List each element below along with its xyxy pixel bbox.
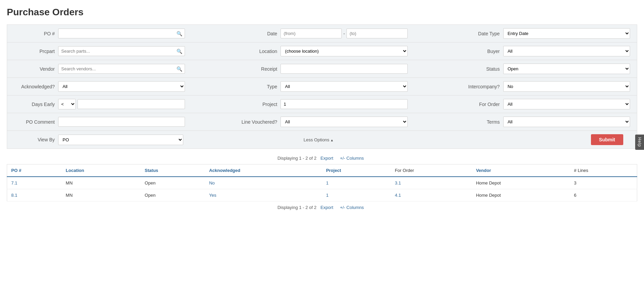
acknowledged-control: All Yes No	[58, 81, 185, 92]
po-search-icon[interactable]: 🔍	[176, 31, 182, 36]
date-to-input[interactable]	[346, 29, 407, 38]
status-select[interactable]: Open Closed All	[503, 64, 630, 74]
filter-row-5: Days Early < <= > >= = Project For	[7, 95, 637, 113]
filter-group-vendor: Vendor 🔍	[14, 64, 185, 74]
row1-acknowledged-link[interactable]: No	[209, 180, 215, 186]
row2-location: MN	[62, 189, 140, 201]
filter-group-terms: Terms All Net 30 Net 60	[459, 117, 630, 127]
type-select[interactable]: All Standard Blanket	[281, 81, 407, 92]
col-header-po-num: PO #	[7, 164, 62, 177]
date-from-input[interactable]	[281, 29, 341, 38]
filter-group-date: Date -	[236, 29, 407, 38]
export-link-top[interactable]: Export	[320, 156, 333, 161]
row2-project: 1	[322, 189, 391, 201]
date-type-control: Entry Date Need Date Ship Date	[503, 28, 630, 39]
filter-group-buyer: Buyer All Buyer 1	[459, 46, 630, 56]
view-by-select[interactable]: PO Line Receipt	[58, 135, 183, 145]
help-tab[interactable]: Help	[635, 135, 644, 150]
page-title: Purchase Orders	[7, 7, 637, 18]
col-header-vendor: Vendor	[472, 164, 570, 177]
type-label: Type	[236, 84, 281, 89]
for-order-label: For Order	[459, 102, 503, 107]
line-vouchered-select[interactable]: All Yes No	[281, 117, 407, 127]
buyer-label: Buyer	[459, 49, 503, 54]
filter-group-intercompany: Intercompany? No Yes All	[459, 81, 630, 92]
row2-acknowledged: Yes	[205, 189, 322, 201]
project-control	[281, 99, 407, 109]
terms-select[interactable]: All Net 30 Net 60	[503, 117, 630, 127]
col-header-acknowledged: Acknowledged	[205, 164, 322, 177]
po-label: PO #	[14, 31, 58, 36]
status-label: Status	[459, 66, 503, 72]
vendor-input[interactable]	[58, 64, 185, 74]
po-comment-label: PO Comment	[14, 119, 58, 125]
project-input[interactable]	[281, 99, 407, 109]
table-head: PO # Location Status Acknowledged Projec…	[7, 164, 637, 177]
col-header-status: Status	[141, 164, 205, 177]
help-tab-container: Help	[635, 135, 644, 150]
location-label: Location	[236, 49, 281, 54]
filter-group-receipt: Receipt	[236, 64, 407, 74]
col-sort-po-num[interactable]: PO #	[11, 168, 21, 173]
prcpart-input-wrap: 🔍	[58, 46, 185, 56]
row2-status: Open	[141, 189, 205, 201]
columns-link-top[interactable]: +/- Columns	[340, 156, 364, 161]
submit-button[interactable]: Submit	[591, 134, 623, 145]
acknowledged-label: Acknowledged?	[14, 84, 58, 89]
location-control: (choose location) MN Other	[281, 46, 407, 56]
row1-po-num-link[interactable]: 7.1	[11, 180, 17, 186]
filter-group-po-comment: PO Comment	[14, 117, 185, 127]
vendor-input-wrap: 🔍	[58, 64, 185, 74]
status-control: Open Closed All	[503, 64, 630, 74]
table-info-bottom: Displaying 1 - 2 of 2 Export +/- Columns	[7, 205, 637, 210]
columns-link-bottom[interactable]: +/- Columns	[340, 205, 364, 210]
row2-for-order-link[interactable]: 4.1	[395, 193, 401, 198]
row2-acknowledged-link[interactable]: Yes	[209, 193, 216, 198]
col-sort-project[interactable]: Project	[326, 168, 341, 173]
acknowledged-select[interactable]: All Yes No	[58, 81, 185, 92]
type-control: All Standard Blanket	[281, 81, 407, 92]
location-select[interactable]: (choose location) MN Other	[281, 46, 407, 56]
receipt-input[interactable]	[281, 64, 407, 74]
less-options-link[interactable]: Less Options	[304, 137, 334, 142]
po-comment-control	[58, 117, 185, 127]
filter-group-date-type: Date Type Entry Date Need Date Ship Date	[459, 28, 630, 39]
table-header-row: PO # Location Status Acknowledged Projec…	[7, 164, 637, 177]
row1-project-link[interactable]: 1	[326, 180, 328, 186]
row2-po-num-link[interactable]: 8.1	[11, 193, 17, 198]
vendor-label: Vendor	[14, 66, 58, 72]
displaying-label-bottom: Displaying 1 - 2 of 2	[277, 205, 317, 210]
filter-group-project: Project	[236, 99, 407, 109]
col-sort-status[interactable]: Status	[145, 168, 158, 173]
col-sort-location[interactable]: Location	[66, 168, 84, 173]
row1-location: MN	[62, 177, 140, 189]
date-type-select[interactable]: Entry Date Need Date Ship Date	[503, 28, 630, 39]
col-header-location: Location	[62, 164, 140, 177]
intercompany-label: Intercompany?	[459, 84, 503, 89]
row1-for-order-link[interactable]: 3.1	[395, 180, 401, 186]
prcpart-label: Prcpart	[14, 49, 58, 54]
filter-row-6: PO Comment Line Vouchered? All Yes No Te…	[7, 113, 637, 131]
intercompany-select[interactable]: No Yes All	[503, 81, 630, 92]
prcpart-search-icon[interactable]: 🔍	[176, 49, 182, 54]
row1-lines: 3	[570, 177, 637, 189]
terms-label: Terms	[459, 119, 503, 125]
col-sort-acknowledged[interactable]: Acknowledged	[209, 168, 240, 173]
days-early-operator-select[interactable]: < <= > >= =	[58, 99, 76, 109]
col-sort-vendor[interactable]: Vendor	[476, 168, 491, 173]
vendor-search-icon[interactable]: 🔍	[176, 66, 182, 72]
table-info-top: Displaying 1 - 2 of 2 Export +/- Columns	[7, 156, 637, 161]
row2-project-link[interactable]: 1	[326, 193, 328, 198]
filter-group-type: Type All Standard Blanket	[236, 81, 407, 92]
export-link-bottom[interactable]: Export	[320, 205, 333, 210]
buyer-select[interactable]: All Buyer 1	[503, 46, 630, 56]
date-type-label: Date Type	[459, 31, 503, 36]
filter-group-line-vouchered: Line Vouchered? All Yes No	[236, 117, 407, 127]
prcpart-input[interactable]	[58, 46, 185, 56]
for-order-select[interactable]: All Yes No	[503, 99, 630, 109]
po-comment-input[interactable]	[58, 117, 185, 127]
days-early-value-input[interactable]	[78, 99, 185, 109]
po-input[interactable]	[58, 29, 185, 38]
table-row: 8.1 MN Open Yes 1 4.1 Home Depot 6	[7, 189, 637, 201]
table-row: 7.1 MN Open No 1 3.1 Home Depot 3	[7, 177, 637, 189]
